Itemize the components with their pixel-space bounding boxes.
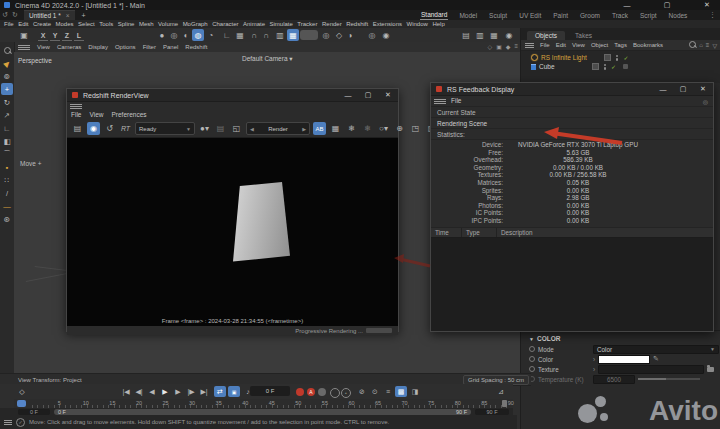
folder-icon[interactable] <box>707 367 714 372</box>
rotate-tool-icon[interactable]: ↻ <box>1 96 13 108</box>
fb-settings-icon[interactable]: ◎ <box>703 98 713 105</box>
om-menu-object[interactable]: Object <box>591 42 608 48</box>
add-tab-button[interactable]: + <box>79 12 89 19</box>
rv-status-dropdown[interactable]: Ready ▼ <box>135 122 195 135</box>
vp-state-icon-2[interactable]: ▣ <box>496 43 502 50</box>
color-section-header[interactable]: ▼ COLOR <box>521 331 720 344</box>
snapshot-button[interactable]: ▩ <box>395 386 407 397</box>
col-type[interactable]: Type <box>462 228 497 237</box>
om-menu-edit[interactable]: Edit <box>556 42 566 48</box>
layout-tab[interactable]: Sculpt <box>488 11 508 20</box>
prev-key-button[interactable]: ◀| <box>133 386 145 397</box>
rv-crop-icon[interactable]: ◱ <box>230 122 243 135</box>
anim-dot-icon[interactable] <box>529 346 535 352</box>
timeline-scrollbar[interactable]: 0 F 90 F <box>54 409 471 415</box>
menu-item[interactable]: Tools <box>99 21 113 27</box>
feedback-titlebar[interactable]: RS Feedback Display — ▢ ✕ <box>431 83 713 96</box>
workplane-icon[interactable]: ▣ <box>18 29 30 41</box>
vp-menu-redshift[interactable]: Redshift <box>185 44 207 50</box>
menu-item[interactable]: Animate <box>243 21 265 27</box>
eyedropper-icon[interactable]: ✎ <box>653 355 659 363</box>
corner-axis-icon[interactable]: ∟ <box>221 29 233 41</box>
zoom-tool-icon[interactable] <box>1 44 13 56</box>
color-swatch[interactable] <box>598 355 650 364</box>
rv-freeze-icon[interactable]: ❄ <box>345 122 358 135</box>
om-menu-bookmarks[interactable]: Bookmarks <box>633 42 663 48</box>
undo-icon[interactable]: ↺ <box>0 11 10 19</box>
ring-button-icon[interactable]: ◎ <box>366 29 378 41</box>
menu-item[interactable]: Window <box>407 21 428 27</box>
texture-field[interactable] <box>598 365 704 374</box>
key-position-button[interactable] <box>318 388 326 396</box>
rv-bucket-dropdown-icon[interactable]: ●▾ <box>198 122 211 135</box>
fcurve-icon[interactable]: ⊿ <box>495 386 507 397</box>
layer-square-icon[interactable] <box>592 63 599 70</box>
layout-overflow-icon[interactable]: ⋮ <box>709 11 716 19</box>
om-menu-tags[interactable]: Tags <box>614 42 627 48</box>
axis-lock-z[interactable]: Z <box>62 30 72 41</box>
fb-maximize-button[interactable]: ▢ <box>673 83 693 95</box>
om-flag-icon[interactable]: ▽ <box>712 42 717 49</box>
fb-menu-file[interactable]: File <box>446 96 461 106</box>
rv-aov-dropdown[interactable]: ◀ Render ▶ <box>246 122 310 135</box>
ban-icon[interactable]: ⊘ <box>356 386 368 397</box>
rv-freeze2-icon[interactable]: ❄ <box>361 122 374 135</box>
renderview-titlebar[interactable]: Redshift RenderView — ▢ ✕ <box>67 89 398 102</box>
menu-item[interactable]: Help <box>432 21 444 27</box>
visibility-dots[interactable] <box>604 64 607 70</box>
quantize-icon[interactable]: ▥ <box>274 29 286 41</box>
scale-tool-icon[interactable]: ↗ <box>1 109 13 121</box>
om-home-icon[interactable]: ⌂ <box>699 42 703 48</box>
rv-grid-icon[interactable]: ▤ <box>214 122 227 135</box>
axis-lock-x[interactable]: X <box>38 30 48 41</box>
rv-rt-toggle[interactable]: RT <box>119 122 132 135</box>
key-scale-button[interactable] <box>330 388 340 398</box>
curve-tool-icon[interactable]: ⌒ <box>1 148 13 160</box>
keyframe-diamond-icon[interactable]: ◇ <box>16 386 28 397</box>
menu-item[interactable]: Mesh <box>139 21 154 27</box>
tab-close-icon[interactable]: × <box>66 12 70 19</box>
render-settings-button[interactable]: ▦ <box>488 29 500 41</box>
viewport-burger-icon[interactable] <box>18 44 30 51</box>
fb-close-button[interactable]: ✕ <box>693 83 713 95</box>
render-view-button[interactable]: ▤ <box>460 29 472 41</box>
menu-item[interactable]: Spline <box>118 21 135 27</box>
layout-tab[interactable]: UV Edit <box>518 11 542 20</box>
render-picture-viewer-button[interactable]: ▥ <box>474 29 486 41</box>
fb-minimize-button[interactable]: — <box>653 83 673 95</box>
vp-menu-options[interactable]: Options <box>115 44 136 50</box>
vp-menu-view[interactable]: View <box>37 44 50 50</box>
model-mode-icon[interactable]: ◧ <box>1 135 13 147</box>
point-mode-icon[interactable]: ▪ <box>1 161 13 173</box>
vp-menu-filter[interactable]: Filter <box>143 44 156 50</box>
layout-tab[interactable]: Standard <box>420 10 448 20</box>
record-button[interactable] <box>296 388 304 396</box>
om-menu-view[interactable]: View <box>572 42 585 48</box>
rv-menu-file[interactable]: File <box>71 111 81 118</box>
half-sphere-icon[interactable]: ◐ <box>180 29 192 41</box>
rv-circle-dropdown-icon[interactable]: ○▾ <box>377 122 390 135</box>
ring-tool-icon[interactable]: ◎ <box>168 29 180 41</box>
grid-small-icon[interactable]: ▦ <box>234 29 246 41</box>
om-filter-icon[interactable]: ≡ <box>706 42 710 48</box>
menu-item[interactable]: Create <box>33 21 51 27</box>
tab-objects[interactable]: Objects <box>527 31 565 40</box>
rv-ab-compare-button[interactable]: AB <box>313 122 326 135</box>
layout-tab[interactable]: Groom <box>579 11 601 20</box>
redo-icon[interactable]: ↻ <box>10 11 20 19</box>
layout-tab[interactable]: Script <box>639 11 658 20</box>
preview-range-button[interactable]: ▣ <box>228 386 240 397</box>
rv-minimize-button[interactable]: — <box>338 89 358 101</box>
snap-magnet2-icon[interactable]: ∩ <box>260 29 272 41</box>
live-selection-icon[interactable]: ▶ <box>1 57 13 69</box>
enabled-check-icon[interactable]: ✓ <box>611 63 616 70</box>
menu-item[interactable]: Extensions <box>373 21 402 27</box>
log-list[interactable] <box>431 238 713 331</box>
half-disc-icon[interactable]: ◗ <box>345 29 357 41</box>
anim-dot-icon[interactable] <box>529 356 535 362</box>
grid-snap-icon[interactable]: ▦ <box>287 29 299 41</box>
key-rotation-button[interactable]: ◦ <box>341 388 351 398</box>
fb-burger-icon[interactable] <box>434 98 446 105</box>
expand-arrow-icon[interactable]: › <box>593 366 595 373</box>
menu-item[interactable]: Tracker <box>297 21 317 27</box>
